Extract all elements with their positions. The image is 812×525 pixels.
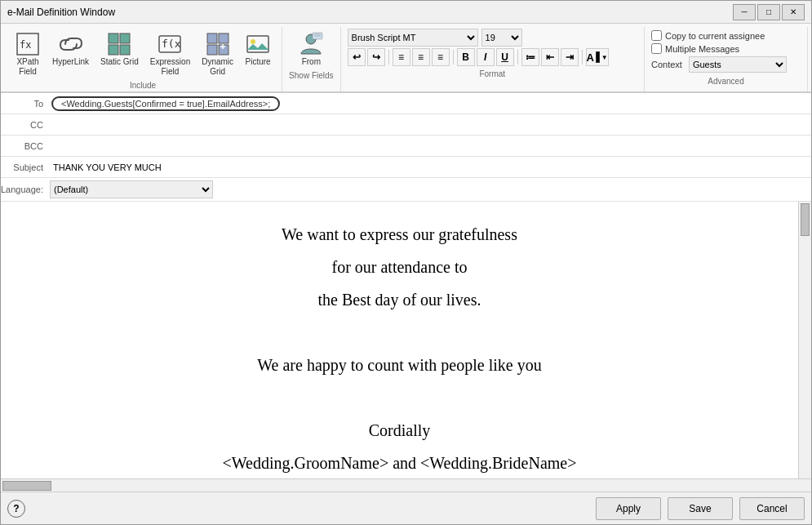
- bcc-label: BCC: [1, 141, 50, 151]
- body-line-1: We want to express our gratefulness: [33, 218, 765, 251]
- advanced-group: Copy to current assignee Multiple Messag…: [645, 27, 808, 91]
- subject-input[interactable]: [50, 158, 811, 177]
- subject-field-row: Subject: [1, 157, 811, 178]
- picture-button[interactable]: Picture: [241, 29, 275, 69]
- show-fields-group-items: From: [294, 29, 328, 69]
- body-text: We want to express our gratefulness for …: [33, 218, 765, 478]
- from-icon: [298, 31, 324, 57]
- indent-button[interactable]: ⇥: [561, 48, 579, 66]
- copy-assignee-row: Copy to current assignee: [651, 30, 801, 41]
- from-label: From: [302, 57, 321, 67]
- body-line-3: the Best day of our lives.: [33, 283, 765, 316]
- dynamic-grid-icon: [205, 31, 231, 57]
- svg-rect-9: [219, 33, 229, 43]
- multiple-messages-label: Multiple Messages: [665, 44, 739, 54]
- maximize-button[interactable]: □: [757, 4, 780, 20]
- bottom-left: ?: [7, 500, 25, 518]
- language-select[interactable]: (Default): [50, 180, 213, 198]
- email-body[interactable]: We want to express our gratefulness for …: [1, 202, 798, 478]
- hyperlink-button[interactable]: HyperLink: [48, 29, 93, 69]
- to-label: To: [1, 99, 50, 109]
- svg-rect-4: [109, 45, 118, 55]
- title-bar: e-Mail Definition Window ─ □ ✕: [1, 1, 811, 24]
- cc-label: CC: [1, 120, 50, 130]
- expression-field-button[interactable]: f(x) ExpressionField: [146, 29, 194, 79]
- static-grid-icon: [106, 31, 132, 57]
- body-line-4: We are happy to count with people like y…: [33, 349, 765, 381]
- font-select[interactable]: Brush Script MT: [348, 29, 478, 47]
- show-fields-group: From Show Fields: [282, 27, 340, 91]
- format-group-label: Format: [348, 69, 637, 80]
- ribbon: fx XPathField HyperLink: [1, 24, 811, 93]
- xpath-field-label: XPathField: [16, 57, 38, 77]
- static-grid-label: Static Grid: [100, 57, 139, 67]
- body-spacer-2: [33, 381, 765, 414]
- context-select[interactable]: Guests: [689, 56, 787, 73]
- color-picker-button[interactable]: A ▼: [586, 48, 609, 66]
- svg-rect-8: [207, 33, 217, 43]
- align-left-button[interactable]: ≡: [393, 48, 410, 66]
- multiple-messages-checkbox[interactable]: [651, 43, 662, 54]
- context-row: Context Guests: [651, 56, 801, 73]
- include-group-label: Include: [130, 81, 156, 91]
- cc-input[interactable]: [50, 115, 811, 135]
- expression-field-icon: f(x): [157, 31, 183, 57]
- main-content: To <Wedding.Guests[Confirmed = true].Ema…: [1, 93, 811, 492]
- body-line-2: for our attendance to: [33, 251, 765, 283]
- outdent-button[interactable]: ⇤: [541, 48, 559, 66]
- body-spacer-1: [33, 316, 765, 349]
- separator1: [388, 50, 389, 65]
- underline-button[interactable]: U: [496, 48, 514, 66]
- align-right-button[interactable]: ≡: [432, 48, 450, 66]
- hscroll-thumb[interactable]: [2, 481, 51, 491]
- bullets-button[interactable]: ≔: [521, 48, 539, 66]
- language-field-row: Language: (Default): [1, 178, 811, 202]
- hyperlink-label: HyperLink: [52, 57, 89, 67]
- format-group: Brush Script MT 19 ↩ ↪ ≡ ≡ ≡ B I U: [341, 27, 645, 91]
- email-body-container: We want to express our gratefulness for …: [1, 202, 811, 478]
- horizontal-scrollbar[interactable]: [1, 478, 811, 492]
- hyperlink-icon: [58, 31, 84, 57]
- multiple-messages-row: Multiple Messages: [651, 43, 801, 54]
- xpath-field-button[interactable]: fx XPathField: [11, 29, 45, 79]
- from-button[interactable]: From: [294, 29, 328, 69]
- bcc-input[interactable]: [50, 136, 811, 156]
- align-center-button[interactable]: ≡: [412, 48, 430, 66]
- window-controls: ─ □ ✕: [733, 4, 805, 20]
- bottom-buttons: Apply Save Cancel: [596, 497, 805, 520]
- body-line-6: <Wedding.GroomName> and <Wedding.BrideNa…: [33, 447, 765, 478]
- cancel-button[interactable]: Cancel: [739, 497, 805, 520]
- svg-text:fx: fx: [20, 39, 31, 51]
- close-button[interactable]: ✕: [782, 4, 805, 20]
- show-fields-group-label: Show Fields: [289, 71, 333, 82]
- apply-button[interactable]: Apply: [596, 497, 661, 520]
- copy-assignee-label: Copy to current assignee: [665, 31, 765, 41]
- vertical-scrollbar[interactable]: [798, 202, 811, 478]
- format-row1: Brush Script MT 19: [348, 29, 637, 47]
- include-group-items: fx XPathField HyperLink: [11, 29, 275, 79]
- bcc-field-row: BCC: [1, 136, 811, 157]
- picture-icon: [245, 31, 271, 57]
- include-group: fx XPathField HyperLink: [4, 27, 282, 91]
- help-button[interactable]: ?: [7, 500, 25, 518]
- to-pill[interactable]: <Wedding.Guests[Confirmed = true].EmailA…: [51, 96, 280, 111]
- language-label: Language:: [1, 185, 50, 194]
- scrollbar-thumb[interactable]: [801, 203, 810, 236]
- italic-button[interactable]: I: [477, 48, 495, 66]
- svg-text:f(x): f(x): [162, 38, 182, 50]
- minimize-button[interactable]: ─: [733, 4, 756, 20]
- context-label: Context: [651, 60, 682, 69]
- svg-rect-3: [120, 33, 130, 43]
- bold-button[interactable]: B: [457, 48, 475, 66]
- redo-button[interactable]: ↪: [367, 48, 385, 66]
- undo-button[interactable]: ↩: [348, 48, 366, 66]
- svg-rect-10: [207, 45, 217, 55]
- picture-label: Picture: [246, 57, 271, 67]
- static-grid-button[interactable]: Static Grid: [96, 29, 143, 69]
- save-button[interactable]: Save: [668, 497, 733, 520]
- copy-assignee-checkbox[interactable]: [651, 30, 662, 41]
- font-size-select[interactable]: 19: [481, 29, 522, 47]
- subject-label: Subject: [1, 162, 50, 172]
- dynamic-grid-button[interactable]: DynamicGrid: [197, 29, 237, 79]
- bottom-bar: ? Apply Save Cancel: [1, 492, 811, 524]
